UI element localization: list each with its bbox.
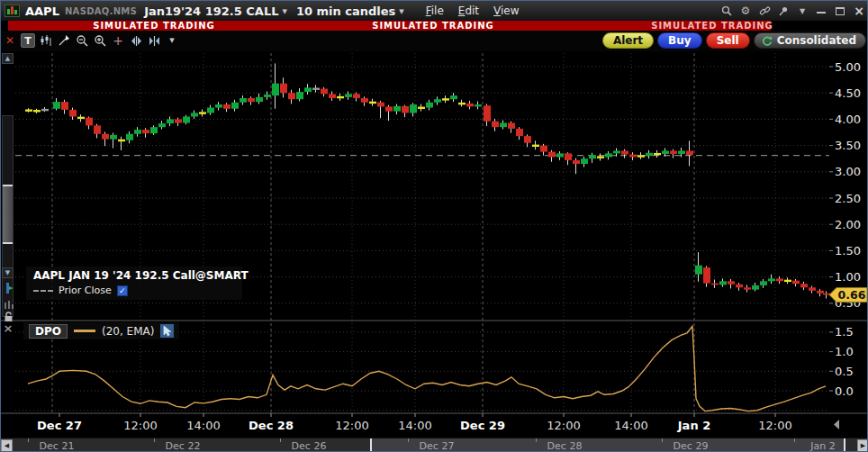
- chevron-down-icon[interactable]: ▼: [283, 8, 287, 15]
- down-candle[interactable]: [86, 118, 93, 126]
- buy-button[interactable]: Buy: [657, 32, 702, 49]
- down-candle[interactable]: [248, 98, 255, 102]
- up-candle[interactable]: [768, 278, 775, 281]
- doji-candle[interactable]: [597, 156, 604, 158]
- down-candle[interactable]: [524, 136, 531, 143]
- up-candle[interactable]: [304, 87, 312, 92]
- down-candle[interactable]: [516, 129, 523, 136]
- up-candle[interactable]: [215, 104, 222, 108]
- menu-view[interactable]: View: [493, 5, 519, 17]
- up-candle[interactable]: [589, 155, 596, 158]
- up-candle[interactable]: [434, 99, 441, 103]
- menu-file[interactable]: File: [426, 5, 444, 17]
- up-candle[interactable]: [158, 123, 166, 127]
- doji-candle[interactable]: [33, 110, 41, 112]
- down-candle[interactable]: [492, 122, 499, 127]
- more-tools-dropdown-icon[interactable]: ▼: [165, 33, 179, 48]
- down-candle[interactable]: [280, 84, 287, 94]
- up-candle[interactable]: [410, 104, 417, 113]
- down-candle[interactable]: [175, 119, 182, 122]
- down-candle[interactable]: [321, 89, 328, 95]
- doji-candle[interactable]: [199, 112, 206, 113]
- chart-legend[interactable]: AAPL JAN 19 '24 192.5 Call@SMART Prior C…: [26, 267, 242, 300]
- timeline-right-arrow[interactable]: ▶: [857, 439, 868, 452]
- down-candle[interactable]: [565, 153, 572, 160]
- down-candle[interactable]: [776, 278, 783, 281]
- up-candle[interactable]: [126, 134, 133, 140]
- contract-selector[interactable]: Jan19'24 192.5 CALL: [144, 5, 278, 18]
- consolidated-selector[interactable]: Consolidated: [754, 32, 866, 49]
- close-indicator-icon[interactable]: ×: [2, 321, 14, 334]
- interval-selector[interactable]: 10 min candles: [296, 5, 395, 18]
- down-candle[interactable]: [385, 106, 393, 111]
- title-bar[interactable]: AAPL NASDAQ.NMS Jan19'24 192.5 CALL ▼ 10…: [1, 1, 868, 21]
- doji-candle[interactable]: [784, 280, 791, 282]
- down-candle[interactable]: [288, 93, 295, 99]
- down-candle[interactable]: [540, 146, 547, 152]
- down-candle[interactable]: [809, 287, 816, 291]
- doji-candle[interactable]: [458, 103, 466, 104]
- crosshair-tool-icon[interactable]: +: [111, 33, 125, 48]
- up-candle[interactable]: [150, 127, 158, 133]
- up-candle[interactable]: [167, 119, 174, 123]
- up-candle[interactable]: [613, 150, 620, 153]
- up-candle[interactable]: [264, 95, 271, 97]
- doji-candle[interactable]: [312, 88, 320, 90]
- marker-tool-icon[interactable]: [2, 282, 14, 294]
- up-candle[interactable]: [500, 122, 507, 127]
- down-candle[interactable]: [466, 104, 474, 107]
- prior-close-checkbox[interactable]: ✓: [117, 285, 128, 296]
- maximize-button[interactable]: [834, 5, 846, 17]
- down-candle[interactable]: [69, 110, 77, 117]
- down-candle[interactable]: [629, 155, 637, 158]
- text-tool-icon[interactable]: T: [21, 33, 35, 48]
- down-candle[interactable]: [670, 150, 677, 154]
- menu-edit[interactable]: Edit: [458, 5, 479, 17]
- up-candle[interactable]: [426, 103, 433, 108]
- down-candle[interactable]: [377, 103, 384, 107]
- gear-icon[interactable]: ⚙: [739, 5, 752, 17]
- up-candle[interactable]: [207, 108, 214, 113]
- up-candle[interactable]: [272, 84, 279, 95]
- chart-background[interactable]: [1, 51, 868, 438]
- down-candle[interactable]: [711, 284, 719, 285]
- down-candle[interactable]: [361, 98, 368, 103]
- doji-candle[interactable]: [369, 102, 376, 104]
- up-candle[interactable]: [475, 104, 482, 106]
- down-candle[interactable]: [728, 281, 735, 285]
- down-candle[interactable]: [703, 267, 710, 284]
- down-candle[interactable]: [484, 105, 491, 122]
- down-candle[interactable]: [402, 106, 409, 113]
- doji-candle[interactable]: [41, 109, 49, 111]
- doji-candle[interactable]: [25, 109, 32, 111]
- search-icon[interactable]: [720, 5, 733, 17]
- up-candle[interactable]: [662, 150, 669, 154]
- doji-candle[interactable]: [337, 96, 344, 98]
- up-candle[interactable]: [53, 102, 60, 109]
- up-candle[interactable]: [345, 94, 352, 97]
- up-candle[interactable]: [296, 92, 303, 99]
- doji-candle[interactable]: [442, 98, 449, 100]
- chevron-down-icon[interactable]: ▼: [796, 5, 809, 17]
- minimize-button[interactable]: [815, 5, 827, 17]
- chevron-down-icon[interactable]: ▼: [399, 8, 403, 15]
- up-candle[interactable]: [678, 150, 685, 154]
- down-candle[interactable]: [61, 102, 68, 110]
- up-candle[interactable]: [556, 153, 564, 157]
- zoom-in-icon[interactable]: [93, 33, 107, 48]
- candlestick-chart[interactable]: 5.004.504.003.503.002.502.001.501.000.50…: [1, 1, 868, 452]
- timeline-scrollbar[interactable]: ◀ ▶ Dec 21Dec 22Dec 26Dec 27Dec 28Dec 29…: [1, 438, 868, 452]
- compress-horizontal-icon[interactable]: [147, 33, 161, 48]
- down-candle[interactable]: [817, 291, 824, 294]
- hand-cursor-icon[interactable]: [160, 324, 174, 338]
- down-candle[interactable]: [621, 150, 628, 154]
- up-candle[interactable]: [256, 97, 263, 102]
- doji-candle[interactable]: [77, 117, 85, 119]
- up-candle[interactable]: [695, 266, 702, 275]
- down-candle[interactable]: [573, 160, 580, 164]
- sell-button[interactable]: Sell: [706, 32, 750, 49]
- up-candle[interactable]: [393, 106, 401, 112]
- link-icon[interactable]: [758, 5, 771, 17]
- up-candle[interactable]: [240, 98, 247, 103]
- pin-icon[interactable]: [777, 5, 790, 17]
